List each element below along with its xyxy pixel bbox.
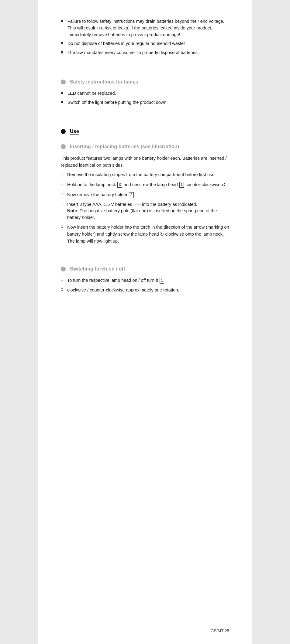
footer-text: GB/MT 25 <box>211 629 229 633</box>
step1-text: Remove the insulating stripes from the b… <box>67 172 229 178</box>
list-item: LED cannot be replaced. <box>61 90 229 97</box>
list-item: Hold on to the lamp neck 3 and unscrew t… <box>61 181 229 189</box>
sub-bullet-icon <box>61 183 63 185</box>
list-item: Switch off the light before putting the … <box>61 99 229 106</box>
ccw-arrow-icon: ↺ <box>222 181 226 189</box>
list-item: Failure to follow safety instructions ma… <box>61 18 229 38</box>
sub-bullet-icon <box>61 203 63 205</box>
box-2: 2 <box>129 192 133 198</box>
box-1b: 1 <box>160 278 164 284</box>
box-3: 3 <box>117 182 122 188</box>
section-dot-icon <box>61 144 66 149</box>
list-item: Now insert the battery holder into the t… <box>61 224 229 245</box>
use-title: Use <box>70 129 79 134</box>
list-item: Remove the insulating stripes from the b… <box>61 172 229 178</box>
switching-steps-list: To turn the respective lamp head on / of… <box>61 277 229 294</box>
step5-text: Now insert the battery holder into the t… <box>67 224 229 245</box>
bullet-icon <box>61 42 63 44</box>
section-dot-icon <box>61 80 66 84</box>
switching-header: Switching torch on / off <box>61 266 229 272</box>
inserting-header: Inserting / replacing batteries (see ill… <box>61 144 229 149</box>
list-item-text: Failure to follow safety instructions ma… <box>67 18 229 38</box>
safety-lamps-list: LED cannot be replaced. Switch off the l… <box>61 90 229 106</box>
page: Failure to follow safety instructions ma… <box>38 0 252 644</box>
box-1: 1 <box>179 182 184 188</box>
list-item: The law mandates every consumer to prope… <box>61 49 229 56</box>
battery-warnings-list: Failure to follow safety instructions ma… <box>61 18 229 56</box>
sub-bullet-icon <box>61 193 63 195</box>
sub-bullet-icon <box>61 288 63 291</box>
sub-bullet-icon <box>61 279 63 281</box>
list-item-text: Do not dispose of batteries in your regu… <box>67 40 229 47</box>
step2-text: Hold on to the lamp neck 3 and unscrew t… <box>67 181 229 189</box>
switching-step1-text: To turn the respective lamp head on / of… <box>67 277 229 284</box>
list-item: Do not dispose of batteries in your regu… <box>61 40 229 47</box>
bullet-icon <box>61 101 63 103</box>
list-item: Insert 3 type AAA, 1.5 V batteries ═══ i… <box>61 201 229 221</box>
sub-bullet-icon <box>61 173 63 175</box>
dc-symbol-icon: ═══ <box>133 202 141 208</box>
list-item-text: The law mandates every consumer to prope… <box>67 49 229 56</box>
switching-step2-text: clockwise / counter-clockwise approximat… <box>67 287 229 294</box>
inserting-steps-list: Remove the insulating stripes from the b… <box>61 172 229 244</box>
sub-bullet-icon <box>61 226 63 228</box>
safety-lamps-title: Safety instructions for lamps <box>70 79 138 85</box>
list-item: To turn the respective lamp head on / of… <box>61 277 229 284</box>
note-bold-label: Note: <box>67 208 78 213</box>
bullet-icon <box>61 92 63 94</box>
safety-lamps-header: Safety instructions for lamps <box>61 79 229 85</box>
use-header: Use <box>61 129 229 134</box>
inserting-intro: This product features two lamps with one… <box>61 155 229 169</box>
bullet-icon <box>61 20 63 22</box>
section-dot-black-icon <box>61 129 66 134</box>
cw-arrow-icon: ↻ <box>160 231 164 238</box>
section-dot-icon <box>61 267 66 271</box>
page-footer: GB/MT 25 <box>211 629 229 633</box>
list-item: Now remove the battery holder 2. <box>61 192 229 198</box>
inserting-title: Inserting / replacing batteries (see ill… <box>70 144 179 149</box>
list-item-text: Switch off the light before putting the … <box>67 99 229 106</box>
list-item: clockwise / counter-clockwise approximat… <box>61 287 229 294</box>
switching-title: Switching torch on / off <box>70 266 125 272</box>
step3-text: Now remove the battery holder 2. <box>67 192 229 198</box>
list-item-text: LED cannot be replaced. <box>67 90 229 97</box>
step4-text: Insert 3 type AAA, 1.5 V batteries ═══ i… <box>67 201 229 221</box>
bullet-icon <box>61 51 63 53</box>
